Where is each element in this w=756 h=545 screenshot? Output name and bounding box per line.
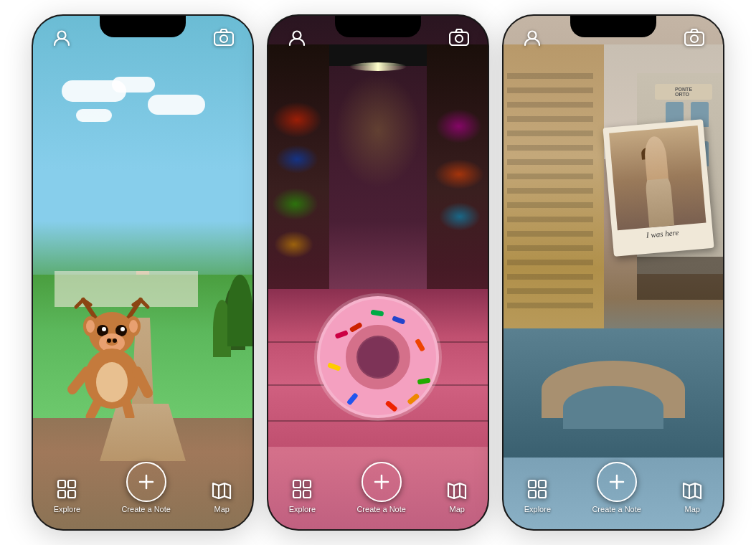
polaroid-ar: I was here: [603, 119, 714, 257]
explore-icon-2: [292, 479, 312, 502]
nav-explore-3[interactable]: Explore: [524, 479, 551, 513]
phones-container: Explore Create a Note: [17, 0, 739, 545]
svg-point-63: [529, 32, 537, 39]
explore-label-2: Explore: [289, 505, 316, 513]
svg-rect-58: [303, 490, 311, 498]
svg-point-20: [96, 362, 128, 402]
svg-point-8: [86, 320, 95, 333]
svg-rect-53: [450, 32, 468, 45]
svg-point-54: [455, 35, 463, 42]
clouds: [33, 73, 252, 174]
phone-1: Explore Create a Note: [32, 14, 254, 531]
nav-explore-1[interactable]: Explore: [54, 479, 80, 513]
svg-rect-56: [303, 480, 311, 488]
map-label-2: Map: [450, 505, 465, 513]
create-circle-2: [362, 462, 402, 502]
svg-point-52: [293, 32, 301, 39]
create-note-btn-2[interactable]: Create a Note: [356, 462, 405, 513]
donut-character: [306, 285, 450, 429]
svg-point-10: [129, 320, 138, 333]
profile-icon-3[interactable]: [519, 24, 545, 50]
create-circle-3: [597, 462, 637, 502]
svg-point-14: [121, 327, 125, 331]
nav-map-1[interactable]: Map: [212, 480, 232, 513]
svg-rect-26: [214, 32, 233, 45]
svg-point-65: [691, 35, 698, 42]
map-icon-3: [682, 480, 702, 502]
phone-1-top-bar: [33, 24, 252, 50]
deer-character: [65, 296, 159, 418]
explore-label-1: Explore: [54, 505, 80, 513]
map-label-3: Map: [685, 505, 700, 513]
explore-label-3: Explore: [524, 505, 551, 513]
svg-rect-67: [539, 480, 546, 488]
create-note-btn-1[interactable]: Create a Note: [121, 462, 170, 513]
profile-icon[interactable]: [49, 24, 75, 50]
svg-rect-66: [529, 480, 536, 488]
svg-point-27: [220, 35, 227, 42]
svg-line-23: [90, 402, 98, 417]
svg-point-18: [113, 338, 117, 343]
svg-rect-31: [68, 490, 75, 498]
phone-2-top-bar: [268, 24, 488, 50]
explore-icon-3: [527, 479, 547, 502]
camera-icon[interactable]: [211, 24, 237, 50]
nav-map-2[interactable]: Map: [447, 480, 467, 513]
svg-rect-57: [293, 490, 301, 498]
svg-rect-64: [685, 32, 704, 45]
svg-rect-29: [68, 480, 75, 488]
create-label-1: Create a Note: [121, 505, 170, 513]
svg-rect-28: [58, 480, 65, 488]
svg-rect-68: [529, 490, 536, 498]
svg-point-13: [102, 327, 106, 331]
phone-2-nav: Explore Create a Note: [268, 447, 488, 529]
map-label-1: Map: [214, 505, 230, 513]
explore-icon-1: [57, 479, 77, 502]
create-circle-1: [126, 462, 166, 502]
create-label-3: Create a Note: [592, 505, 641, 513]
svg-line-21: [72, 371, 87, 389]
map-icon-1: [212, 480, 232, 502]
nav-map-3[interactable]: Map: [682, 480, 702, 513]
create-note-btn-3[interactable]: Create a Note: [592, 462, 641, 513]
polaroid-image: [609, 125, 706, 230]
svg-point-51: [358, 337, 398, 377]
phone-3: PONTEORTO I was here: [502, 14, 724, 531]
map-icon-2: [447, 480, 467, 502]
phone-1-nav: Explore Create a Note: [33, 447, 252, 529]
camera-icon-3[interactable]: [681, 24, 707, 50]
create-label-2: Create a Note: [356, 505, 405, 513]
svg-line-22: [137, 371, 148, 393]
svg-rect-69: [539, 490, 546, 498]
phone-2: Explore Create a Note: [267, 14, 489, 531]
svg-point-25: [58, 32, 66, 39]
phone-3-top-bar: [504, 24, 723, 50]
nav-explore-2[interactable]: Explore: [289, 479, 316, 513]
svg-point-17: [107, 338, 111, 343]
svg-rect-55: [293, 480, 301, 488]
svg-line-24: [126, 402, 130, 417]
svg-rect-30: [58, 490, 65, 498]
camera-icon-2[interactable]: [446, 24, 472, 50]
profile-icon-2[interactable]: [284, 24, 310, 50]
phone-3-nav: Explore Create a Note: [504, 447, 723, 529]
